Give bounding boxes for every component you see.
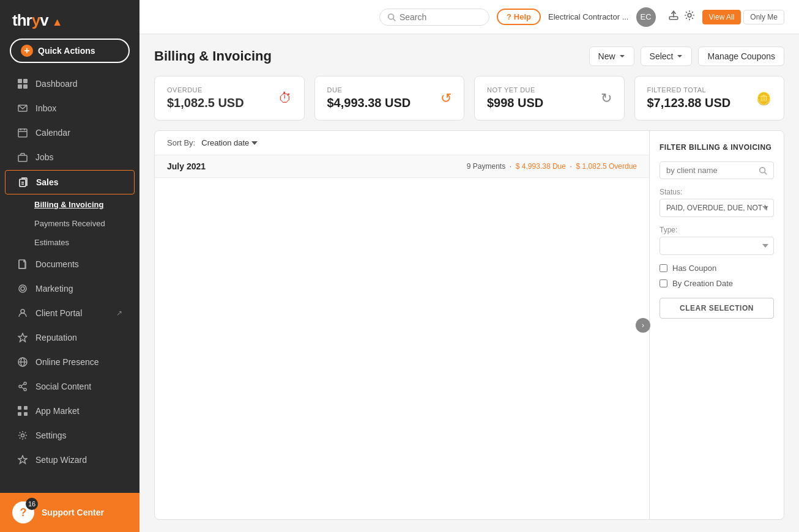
- filter-type-select[interactable]: [660, 237, 774, 255]
- svg-rect-10: [20, 179, 26, 187]
- nav-inbox[interactable]: Inbox: [5, 97, 135, 120]
- manage-coupons-button[interactable]: Manage Coupons: [698, 46, 784, 66]
- svg-rect-5: [18, 129, 27, 137]
- documents-icon: [17, 259, 28, 270]
- sort-chevron-icon: [251, 141, 258, 145]
- svg-line-24: [21, 384, 24, 386]
- filter-by-creation-date-row: By Creation Date: [660, 279, 774, 288]
- stat-due: DUE $4,993.38 USD ↺: [314, 76, 465, 120]
- select-button[interactable]: Select: [641, 46, 693, 66]
- overdue-label: OVERDUE: [167, 86, 244, 94]
- month-header: July 2021 9 Payments · $ 4,993.38 Due · …: [155, 155, 649, 178]
- app-market-icon: [17, 405, 28, 416]
- calendar-icon: [17, 127, 28, 138]
- filter-has-coupon-checkbox[interactable]: [660, 264, 667, 272]
- sort-select[interactable]: Creation date: [201, 138, 258, 147]
- nav-dashboard[interactable]: Dashboard: [5, 72, 135, 95]
- new-label: New: [598, 51, 615, 61]
- not-yet-due-value: $998 USD: [487, 96, 543, 110]
- due-value: $4,993.38 USD: [327, 96, 411, 110]
- nav-marketing-label: Marketing: [35, 284, 73, 294]
- due-label: DUE: [327, 86, 411, 94]
- nav-online-presence[interactable]: Online Presence: [5, 350, 135, 374]
- support-badge: 16: [26, 498, 38, 510]
- nav-billing-label: Billing & Invoicing: [34, 200, 103, 209]
- nav-social-content-label: Social Content: [35, 382, 91, 391]
- nav-client-portal-label: Client Portal: [35, 308, 82, 318]
- select-label: Select: [650, 51, 674, 61]
- svg-point-31: [388, 13, 394, 19]
- page-content: Billing & Invoicing New Select Manage Co…: [139, 34, 799, 532]
- svg-point-14: [19, 285, 26, 292]
- svg-rect-1: [23, 79, 28, 83]
- nav-calendar[interactable]: Calendar: [5, 121, 135, 144]
- nav-billing-invoicing[interactable]: Billing & Invoicing: [5, 196, 135, 213]
- nav-client-portal[interactable]: Client Portal ↗: [5, 301, 135, 325]
- clear-selection-button[interactable]: CLEAR SELECTION: [660, 298, 774, 319]
- nav-documents[interactable]: Documents: [5, 253, 135, 276]
- nav-settings[interactable]: Settings: [5, 424, 135, 447]
- sidebar: thryv ▲ + Quick Actions Dashboard Inbox …: [0, 0, 139, 532]
- search-input[interactable]: [400, 12, 473, 22]
- stat-filtered-total: FILTERED TOTAL $7,123.88 USD 🪙: [634, 76, 785, 120]
- stats-row: OVERDUE $1,082.5 USD ⏱ DUE $4,993.38 USD…: [154, 76, 784, 120]
- header: ? Help Electrical Contractor ... EC View…: [139, 0, 799, 34]
- manage-coupons-label: Manage Coupons: [707, 51, 775, 61]
- svg-rect-0: [18, 79, 22, 83]
- help-button[interactable]: ? Help: [497, 9, 541, 25]
- nav-documents-label: Documents: [35, 259, 79, 269]
- nav-reputation-label: Reputation: [35, 333, 77, 342]
- support-center[interactable]: ? Support Center 16: [0, 493, 139, 532]
- nav-estimates[interactable]: Estimates: [5, 234, 135, 251]
- stat-overdue: OVERDUE $1,082.5 USD ⏱: [154, 76, 305, 120]
- nav-sales[interactable]: Sales: [5, 170, 135, 194]
- svg-point-35: [688, 13, 691, 17]
- nav-jobs[interactable]: Jobs: [5, 146, 135, 169]
- filter-search-bar[interactable]: [660, 161, 774, 179]
- toolbar: New Select Manage Coupons: [589, 46, 784, 66]
- sort-label: Sort By:: [167, 138, 195, 147]
- nav-reputation[interactable]: Reputation: [5, 326, 135, 349]
- nav-social-content[interactable]: Social Content: [5, 375, 135, 398]
- support-label: Support Center: [42, 508, 104, 517]
- settings-icon: [17, 430, 28, 441]
- gear-icon[interactable]: [684, 10, 695, 24]
- setup-wizard-icon: [17, 454, 28, 465]
- select-dropdown-icon: [677, 53, 683, 59]
- only-me-button[interactable]: Only Me: [743, 10, 784, 24]
- svg-point-30: [21, 434, 24, 437]
- help-label: Help: [514, 12, 531, 21]
- user-name: Electrical Contractor ...: [548, 12, 629, 21]
- marketing-icon: [17, 283, 28, 294]
- filtered-total-label: FILTERED TOTAL: [647, 86, 731, 94]
- new-button[interactable]: New: [589, 46, 634, 66]
- nav-marketing[interactable]: Marketing: [5, 277, 135, 300]
- nav-app-market[interactable]: App Market: [5, 399, 135, 423]
- filter-client-input[interactable]: [666, 166, 755, 175]
- filter-creation-date-checkbox[interactable]: [660, 279, 667, 287]
- jobs-icon: [17, 152, 28, 163]
- collapse-filter-button[interactable]: ›: [636, 318, 650, 333]
- svg-line-32: [393, 18, 396, 21]
- main-content: ? Help Electrical Contractor ... EC View…: [139, 0, 799, 532]
- search-bar[interactable]: [379, 9, 489, 26]
- svg-rect-27: [24, 406, 28, 410]
- month-overdue: $ 1,082.5 Overdue: [576, 162, 637, 171]
- filter-status-select[interactable]: PAID, OVERDUE, DUE, NOT YET ...: [660, 199, 774, 217]
- filter-has-coupon-label: Has Coupon: [672, 264, 716, 273]
- month-payments: 9 Payments: [467, 162, 505, 171]
- user-info: Electrical Contractor ...: [548, 12, 629, 21]
- quick-actions-button[interactable]: + Quick Actions: [10, 39, 130, 63]
- nav-estimates-label: Estimates: [34, 238, 69, 247]
- month-title: July 2021: [167, 161, 206, 171]
- filter-panel: FILTER BILLING & INVOICING Status: PAID,…: [649, 131, 784, 519]
- content-area: Sort By: Creation date July 2021 9 Payme…: [154, 130, 784, 520]
- filter-by-creation-date-label: By Creation Date: [672, 279, 733, 288]
- nav-payments-received[interactable]: Payments Received: [5, 215, 135, 232]
- svg-rect-26: [18, 406, 21, 410]
- nav-setup-wizard[interactable]: Setup Wizard: [5, 448, 135, 471]
- view-all-button[interactable]: View All: [702, 10, 741, 24]
- not-yet-due-label: NOT YET DUE: [487, 86, 543, 94]
- upload-icon[interactable]: [668, 10, 679, 24]
- nav-setup-wizard-label: Setup Wizard: [35, 455, 87, 465]
